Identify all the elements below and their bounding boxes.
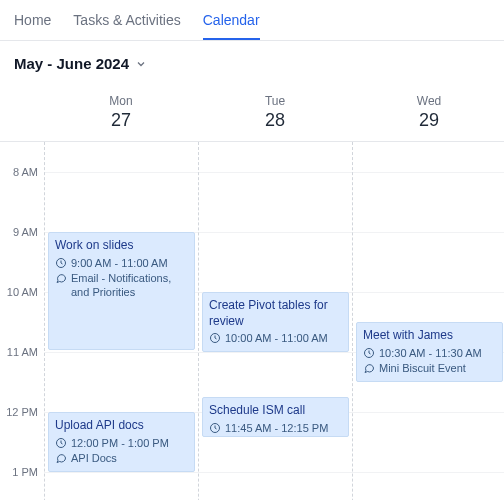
time-label: 9 AM	[13, 226, 38, 238]
calendar-event[interactable]: Upload API docs 12:00 PM - 1:00 PM API D…	[48, 412, 195, 472]
clock-icon	[55, 437, 67, 449]
chevron-down-icon	[135, 58, 147, 70]
calendar-grid: Mon 27 Tue 28 Wed 29 8 AM 9 AM 10 AM 11 …	[0, 88, 504, 500]
tab-tasks-activities[interactable]: Tasks & Activities	[73, 12, 180, 40]
calendar-event[interactable]: Work on slides 9:00 AM - 11:00 AM Email …	[48, 232, 195, 350]
event-time-row: 12:00 PM - 1:00 PM	[55, 436, 188, 450]
day-header-wed[interactable]: Wed 29	[352, 88, 504, 141]
event-time-row: 9:00 AM - 11:00 AM	[55, 256, 188, 270]
day-column-wed[interactable]: Meet with James 10:30 AM - 11:30 AM Mini…	[352, 142, 504, 500]
event-time-row: 10:30 AM - 11:30 AM	[363, 346, 496, 360]
day-header-mon[interactable]: Mon 27	[44, 88, 198, 141]
day-of-week-label: Tue	[198, 94, 352, 108]
time-label: 1 PM	[12, 466, 38, 478]
day-of-week-label: Mon	[44, 94, 198, 108]
day-number-label: 28	[198, 110, 352, 131]
event-link: Email - Notifications, and Priorities	[71, 271, 188, 300]
tab-home[interactable]: Home	[14, 12, 51, 40]
event-link-row: Email - Notifications, and Priorities	[55, 271, 188, 300]
day-column-tue[interactable]: Create Pivot tables for review 10:00 AM …	[198, 142, 352, 500]
day-number-label: 27	[44, 110, 198, 131]
calendar-range-selector[interactable]: May - June 2024	[0, 41, 504, 88]
calendar-day-header: Mon 27 Tue 28 Wed 29	[0, 88, 504, 142]
event-time: 9:00 AM - 11:00 AM	[71, 256, 168, 270]
event-link-row: Mini Biscuit Event	[363, 361, 496, 375]
tab-calendar[interactable]: Calendar	[203, 12, 260, 40]
event-time-row: 11:45 AM - 12:15 PM	[209, 421, 342, 435]
time-label: 8 AM	[13, 166, 38, 178]
calendar-event[interactable]: Create Pivot tables for review 10:00 AM …	[202, 292, 349, 352]
event-title: Meet with James	[363, 328, 496, 344]
event-title: Create Pivot tables for review	[209, 298, 342, 329]
event-time: 10:00 AM - 11:00 AM	[225, 331, 328, 345]
event-link: API Docs	[71, 451, 117, 465]
event-title: Work on slides	[55, 238, 188, 254]
time-label: 12 PM	[6, 406, 38, 418]
day-of-week-label: Wed	[352, 94, 504, 108]
clock-icon	[209, 422, 221, 434]
event-title: Upload API docs	[55, 418, 188, 434]
calendar-event[interactable]: Schedule ISM call 11:45 AM - 12:15 PM	[202, 397, 349, 437]
event-title: Schedule ISM call	[209, 403, 342, 419]
event-time: 11:45 AM - 12:15 PM	[225, 421, 328, 435]
day-number-label: 29	[352, 110, 504, 131]
calendar-range-label: May - June 2024	[14, 55, 129, 72]
calendar-body: 8 AM 9 AM 10 AM 11 AM 12 PM 1 PM Work on…	[0, 142, 504, 500]
time-label: 10 AM	[7, 286, 38, 298]
comment-icon	[55, 272, 67, 284]
day-column-mon[interactable]: Work on slides 9:00 AM - 11:00 AM Email …	[44, 142, 198, 500]
time-axis: 8 AM 9 AM 10 AM 11 AM 12 PM 1 PM	[0, 142, 44, 500]
day-header-tue[interactable]: Tue 28	[198, 88, 352, 141]
time-label: 11 AM	[7, 346, 38, 358]
calendar-event[interactable]: Meet with James 10:30 AM - 11:30 AM Mini…	[356, 322, 503, 382]
clock-icon	[363, 347, 375, 359]
event-time: 10:30 AM - 11:30 AM	[379, 346, 482, 360]
event-link: Mini Biscuit Event	[379, 361, 466, 375]
comment-icon	[363, 362, 375, 374]
tab-bar: Home Tasks & Activities Calendar	[0, 0, 504, 41]
event-link-row: API Docs	[55, 451, 188, 465]
clock-icon	[209, 332, 221, 344]
comment-icon	[55, 452, 67, 464]
event-time: 12:00 PM - 1:00 PM	[71, 436, 169, 450]
event-time-row: 10:00 AM - 11:00 AM	[209, 331, 342, 345]
clock-icon	[55, 257, 67, 269]
